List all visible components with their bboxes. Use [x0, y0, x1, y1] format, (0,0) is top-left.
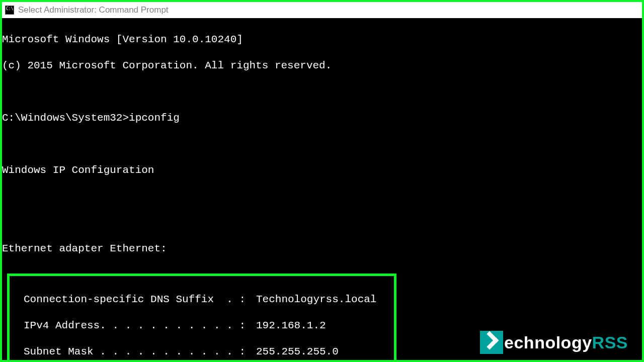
terminal-output[interactable]: Microsoft Windows [Version 10.0.10240] (…	[2, 18, 642, 360]
copyright-line: (c) 2015 Microsoft Corporation. All righ…	[2, 59, 642, 72]
blank-line	[2, 138, 642, 151]
adapter-ethernet-title: Ethernet adapter Ethernet:	[2, 242, 642, 255]
dns-suffix-label: Connection-specific DNS Suffix . :	[24, 293, 256, 306]
ipv4-row: IPv4 Address. . . . . . . . . . . : 192.…	[10, 319, 394, 332]
ipconfig-header: Windows IP Configuration	[2, 164, 642, 177]
prompt-line: C:\Windows\System32>ipconfig	[2, 112, 642, 125]
titlebar[interactable]: Select Administrator: Command Prompt	[2, 2, 642, 18]
ipv4-value: 192.168.1.2	[256, 319, 326, 332]
blank-line	[2, 85, 642, 99]
blank-line	[2, 216, 642, 229]
cmd-icon	[5, 6, 14, 15]
ipv4-label: IPv4 Address. . . . . . . . . . . :	[24, 319, 256, 332]
subnet-row: Subnet Mask . . . . . . . . . . . : 255.…	[10, 345, 394, 358]
watermark-text: echnologyRSS	[504, 336, 628, 349]
window-title: Select Administrator: Command Prompt	[18, 5, 169, 15]
subnet-value: 255.255.255.0	[256, 345, 339, 358]
banner-line: Microsoft Windows [Version 10.0.10240]	[2, 33, 642, 46]
prompt-path: C:\Windows\System32>	[2, 112, 129, 124]
dns-suffix-value: Technologyrss.local	[256, 293, 376, 306]
dns-suffix-row: Connection-specific DNS Suffix . : Techn…	[10, 293, 394, 306]
subnet-label: Subnet Mask . . . . . . . . . . . :	[24, 345, 256, 358]
watermark: echnologyRSS	[480, 331, 628, 354]
watermark-arrow-icon	[480, 331, 503, 354]
highlight-box: Connection-specific DNS Suffix . : Techn…	[7, 274, 396, 360]
blank-line	[2, 190, 642, 203]
cmd-window: Select Administrator: Command Prompt Mic…	[0, 0, 644, 362]
command-text: ipconfig	[129, 112, 180, 124]
